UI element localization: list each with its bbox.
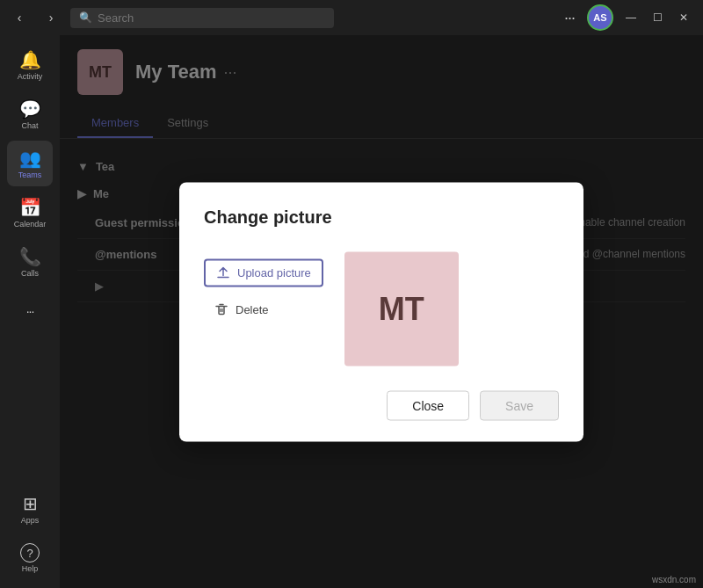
teams-icon: 👥 (19, 148, 41, 169)
main-content: MT My Team ··· Members Settings ▼ Tea ▶ … (60, 35, 703, 588)
window-controls: — ☐ ✕ (619, 5, 696, 30)
sidebar-label-calendar: Calendar (14, 220, 47, 229)
sidebar-label-apps: Apps (21, 516, 40, 525)
close-button-modal[interactable]: Close (387, 390, 469, 420)
sidebar-label-teams: Teams (18, 171, 42, 179)
title-bar-left: ‹ › 🔍 (7, 5, 334, 30)
upload-picture-button[interactable]: Upload picture (204, 258, 323, 287)
chat-icon: 💬 (19, 98, 41, 120)
change-picture-modal: Change picture Upload picture (179, 182, 583, 441)
sidebar-label-activity: Activity (18, 72, 43, 81)
more-options-button[interactable]: ··· (557, 5, 582, 30)
delete-label: Delete (236, 303, 269, 316)
upload-picture-label: Upload picture (237, 266, 311, 279)
app-body: 🔔 Activity 💬 Chat 👥 Teams 📅 Calendar 📞 C… (0, 35, 703, 588)
sidebar-label-help: Help (22, 564, 39, 573)
trash-icon (214, 302, 228, 316)
watermark: wsxdn.com (652, 575, 696, 584)
calendar-icon: 📅 (19, 197, 41, 218)
delete-picture-button[interactable]: Delete (204, 297, 323, 322)
sidebar: 🔔 Activity 💬 Chat 👥 Teams 📅 Calendar 📞 C… (0, 35, 60, 588)
modal-actions-left: Upload picture Delete (204, 251, 323, 366)
save-button-modal[interactable]: Save (480, 390, 559, 420)
calls-icon: 📞 (19, 246, 41, 267)
minimize-button[interactable]: — (619, 5, 643, 30)
search-icon: 🔍 (79, 11, 92, 24)
sidebar-item-help[interactable]: ? Help (7, 535, 53, 581)
apps-icon: ⊞ (23, 493, 38, 514)
title-bar-right: ··· AS — ☐ ✕ (557, 4, 696, 31)
user-avatar[interactable]: AS (587, 4, 613, 31)
sidebar-item-apps[interactable]: ⊞ Apps (7, 486, 53, 532)
modal-body: Upload picture Delete MT (204, 251, 559, 366)
modal-footer: Close Save (204, 390, 559, 420)
search-input[interactable] (98, 11, 325, 25)
upload-icon (216, 265, 230, 279)
activity-icon: 🔔 (19, 49, 41, 70)
sidebar-item-chat[interactable]: 💬 Chat (7, 91, 53, 137)
nav-forward-button[interactable]: › (39, 5, 63, 30)
sidebar-label-chat: Chat (21, 121, 38, 130)
modal-preview-avatar: MT (344, 251, 459, 366)
modal-title: Change picture (204, 207, 559, 227)
search-bar[interactable]: 🔍 (70, 8, 334, 28)
sidebar-label-calls: Calls (21, 269, 39, 278)
sidebar-item-more[interactable]: ··· (7, 288, 53, 334)
title-bar: ‹ › 🔍 ··· AS — ☐ ✕ (0, 0, 703, 35)
nav-back-button[interactable]: ‹ (7, 5, 32, 30)
close-button[interactable]: ✕ (671, 5, 696, 30)
sidebar-item-calls[interactable]: 📞 Calls (7, 239, 53, 285)
sidebar-item-activity[interactable]: 🔔 Activity (7, 42, 53, 88)
more-icon: ··· (26, 304, 34, 318)
sidebar-item-teams[interactable]: 👥 Teams (7, 141, 53, 186)
help-icon: ? (20, 543, 40, 563)
sidebar-item-calendar[interactable]: 📅 Calendar (7, 190, 53, 236)
maximize-button[interactable]: ☐ (645, 5, 670, 30)
